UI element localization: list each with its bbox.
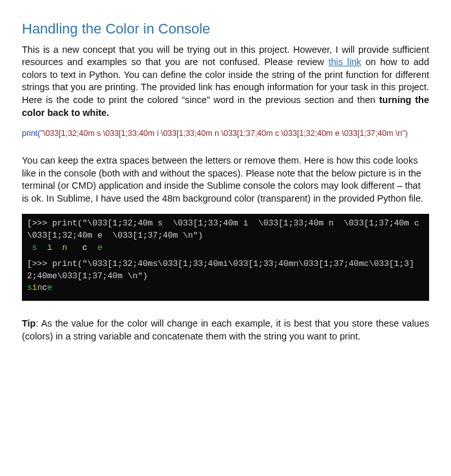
section-heading: Handling the Color in Console [22,19,429,39]
out2-i: i [32,283,37,292]
terminal-line-1: [>>> print("\033[1;32;40m s \033[1;33;40… [27,218,429,228]
out-c: c [67,243,87,252]
out-i: i [37,243,52,252]
code-string-arg: "\033[1;32;40m s \033[1;33;40m i \033[1;… [40,129,405,138]
external-link[interactable]: this link [329,57,361,67]
code-close-paren: ) [405,129,408,138]
inline-code-sample: print("\033[1;32;40m s \033[1;33;40m i \… [22,128,429,139]
intro-paragraph: This is a new concept that you will be t… [22,44,429,119]
middle-paragraph: You can keep the extra spaces between th… [22,155,429,205]
tip-body: : As the value for the color will change… [22,318,429,341]
code-print-func: print( [22,129,40,138]
terminal-output-compact: since [27,283,52,292]
terminal-screenshot: [>>> print("\033[1;32;40m s \033[1;33;40… [22,214,429,301]
terminal-line-2: \033[1;32;40m e \033[1;37;40m \n") [27,231,203,240]
out-n: n [52,243,67,252]
out2-e: e [47,283,52,292]
terminal-line-3: [>>> print("\033[1;32;40ms\033[1;33;40mi… [27,259,414,269]
out-s: s [27,243,37,252]
tip-label: Tip [22,318,35,328]
terminal-line-4: 2;40me\033[1;37;40m \n") [27,271,148,281]
terminal-output-spaced: s i n c e [27,243,102,252]
tip-paragraph: Tip: As the value for the color will cha… [22,318,429,343]
out-e: e [88,243,102,252]
out2-s: s [27,283,32,292]
